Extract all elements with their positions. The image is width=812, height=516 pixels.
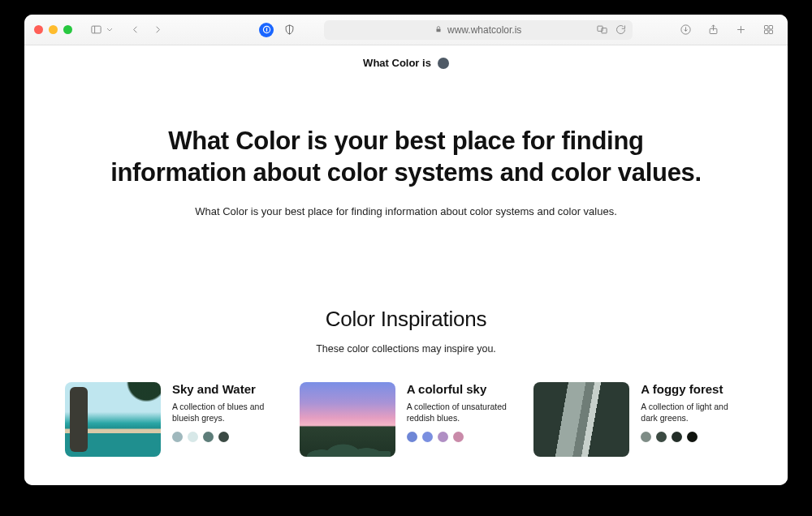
hero-headline: What Color is your best place for findin… <box>106 126 706 189</box>
swatch-row <box>172 432 279 442</box>
new-tab-button[interactable] <box>732 21 750 39</box>
minimize-window-button[interactable] <box>49 25 58 34</box>
close-window-button[interactable] <box>34 25 43 34</box>
color-swatch[interactable] <box>641 432 651 442</box>
inspiration-card[interactable]: A colorful sky A collection of unsaturat… <box>300 382 513 457</box>
inspiration-thumbnail <box>300 382 395 457</box>
url-text: www.whatcolor.is <box>447 24 521 36</box>
hero-subline: What Color is your best place for findin… <box>89 205 723 217</box>
svg-rect-0 <box>91 26 100 33</box>
svg-rect-16 <box>770 30 773 33</box>
reader-translate-icon[interactable] <box>595 24 610 37</box>
inspiration-description: A collection of light and dark greens. <box>641 401 747 424</box>
extension-1password-icon[interactable] <box>259 23 274 37</box>
inspiration-title: A foggy forest <box>641 382 747 396</box>
browser-window: www.whatcolor.is <box>24 15 788 485</box>
inspiration-thumbnail <box>65 382 161 457</box>
svg-rect-4 <box>436 28 440 32</box>
site-brand[interactable]: What Color is <box>24 45 788 77</box>
color-swatch[interactable] <box>453 432 464 442</box>
swatch-row <box>407 432 513 442</box>
address-bar[interactable]: www.whatcolor.is <box>324 20 633 40</box>
svg-rect-15 <box>765 30 768 33</box>
window-controls <box>34 25 72 34</box>
sidebar-menu-chevron-icon[interactable] <box>105 21 114 39</box>
browser-toolbar: www.whatcolor.is <box>24 15 788 45</box>
color-swatch[interactable] <box>422 432 433 442</box>
brand-label: What Color is <box>363 57 431 69</box>
lock-icon <box>434 25 443 35</box>
inspirations-subheading: These color collections may inspire you. <box>24 343 788 355</box>
svg-rect-13 <box>765 26 768 29</box>
maximize-window-button[interactable] <box>63 25 72 34</box>
page-content: What Color is What Color is your best pl… <box>24 45 788 485</box>
inspiration-card[interactable]: Sky and Water A collection of blues and … <box>65 382 279 457</box>
color-swatch[interactable] <box>188 432 198 442</box>
share-button[interactable] <box>705 21 723 39</box>
sidebar-toggle-button[interactable] <box>87 21 105 39</box>
downloads-button[interactable] <box>677 21 695 39</box>
inspiration-description: A collection of unsaturated reddish blue… <box>407 401 513 424</box>
color-swatch[interactable] <box>438 432 448 442</box>
color-swatch[interactable] <box>203 432 214 442</box>
color-swatch[interactable] <box>172 432 183 442</box>
color-swatch[interactable] <box>687 432 698 442</box>
inspirations-heading: Color Inspirations <box>24 307 788 332</box>
inspiration-title: A colorful sky <box>407 382 513 396</box>
inspiration-cards: Sky and Water A collection of blues and … <box>24 355 788 457</box>
inspirations-section: Color Inspirations These color collectio… <box>24 307 788 457</box>
reload-button[interactable] <box>615 24 628 37</box>
color-swatch[interactable] <box>672 432 682 442</box>
svg-rect-3 <box>266 28 266 32</box>
inspiration-description: A collection of blues and blueish greys. <box>172 401 279 424</box>
color-swatch[interactable] <box>218 432 229 442</box>
svg-rect-14 <box>770 26 773 29</box>
back-button[interactable] <box>126 21 144 39</box>
privacy-shield-icon[interactable] <box>280 21 298 39</box>
hero-section: What Color is your best place for findin… <box>24 77 788 217</box>
swatch-row <box>641 432 747 442</box>
color-swatch[interactable] <box>656 432 667 442</box>
inspiration-card[interactable]: A foggy forest A collection of light and… <box>533 382 747 457</box>
inspiration-thumbnail <box>533 382 629 457</box>
color-swatch[interactable] <box>407 432 417 442</box>
forward-button[interactable] <box>149 21 166 39</box>
brand-dot-icon <box>438 58 449 69</box>
inspiration-title: Sky and Water <box>172 382 279 396</box>
tab-overview-button[interactable] <box>760 21 778 39</box>
